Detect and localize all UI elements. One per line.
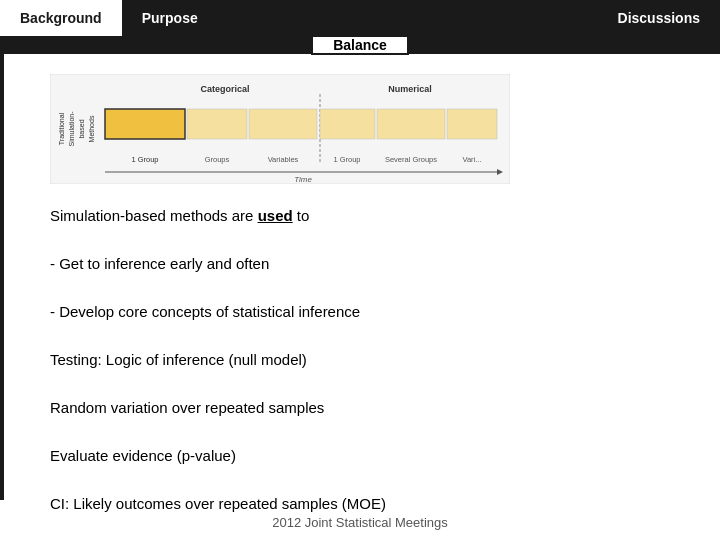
- chart-container: Traditional Simulation- based Methods Ca…: [50, 74, 510, 184]
- body-line5: Random variation over repeated samples: [50, 396, 700, 420]
- svg-rect-10: [249, 109, 317, 139]
- nav-row1: Background Purpose Discussions: [0, 0, 720, 36]
- body-line4: Testing: Logic of inference (null model): [50, 348, 700, 372]
- svg-rect-12: [377, 109, 445, 139]
- svg-rect-9: [187, 109, 247, 139]
- tab-purpose[interactable]: Purpose: [122, 0, 218, 36]
- svg-rect-13: [447, 109, 497, 139]
- svg-text:Numerical: Numerical: [388, 84, 432, 94]
- svg-text:Several Groups: Several Groups: [385, 155, 437, 164]
- svg-text:Groups: Groups: [205, 155, 230, 164]
- svg-text:Simulation-: Simulation-: [68, 111, 75, 147]
- body-line1: Simulation-based methods are used to: [50, 204, 700, 228]
- svg-text:Variables: Variables: [268, 155, 299, 164]
- svg-text:Categorical: Categorical: [200, 84, 249, 94]
- svg-text:Traditional: Traditional: [58, 112, 65, 145]
- timeline-chart: Traditional Simulation- based Methods Ca…: [50, 74, 510, 184]
- svg-text:1 Group: 1 Group: [131, 155, 158, 164]
- footer: 2012 Joint Statistical Meetings: [0, 515, 720, 530]
- body-line1-prefix: Simulation-based methods are: [50, 207, 258, 224]
- body-line6: Evaluate evidence (p-value): [50, 444, 700, 468]
- body-text: Simulation-based methods are used to - G…: [50, 204, 700, 516]
- nav-spacer: [218, 0, 598, 36]
- svg-text:based: based: [78, 119, 85, 138]
- body-line2: - Get to inference early and often: [50, 252, 700, 276]
- tab-balance[interactable]: Balance: [311, 35, 409, 55]
- tab-background[interactable]: Background: [0, 0, 122, 36]
- svg-rect-8: [105, 109, 185, 139]
- svg-text:Methods: Methods: [88, 115, 95, 142]
- svg-text:1 Group: 1 Group: [333, 155, 360, 164]
- body-line1-suffix: to: [293, 207, 310, 224]
- body-line1-bold: used: [258, 207, 293, 224]
- body-line7: CI: Likely outcomes over repeated sample…: [50, 492, 700, 516]
- nav-bar-wrapper: Background Purpose Discussions Balance: [0, 0, 720, 54]
- body-line3: - Develop core concepts of statistical i…: [50, 300, 700, 324]
- footer-text: 2012 Joint Statistical Meetings: [272, 515, 448, 530]
- nav-row2: Balance: [0, 36, 720, 54]
- main-content: Traditional Simulation- based Methods Ca…: [0, 54, 720, 526]
- svg-rect-11: [320, 109, 375, 139]
- svg-text:Time: Time: [294, 175, 312, 184]
- svg-text:Vari...: Vari...: [462, 155, 481, 164]
- tab-discussions[interactable]: Discussions: [598, 0, 720, 36]
